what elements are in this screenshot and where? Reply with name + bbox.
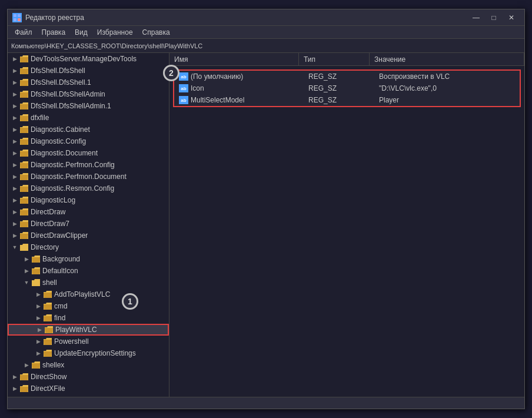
highlighted-rows-group: ab (По умолчанию) REG_SZ Воспроизвести в… xyxy=(173,69,521,107)
addressbar: Компьютер\HKEY_CLASSES_ROOT\Directory\sh… xyxy=(8,39,524,53)
col-header-type[interactable]: Тип xyxy=(299,53,370,65)
tree-item-directory[interactable]: ▼ Directory xyxy=(8,241,169,253)
col-header-value[interactable]: Значение xyxy=(370,53,524,65)
tree-item-directshow[interactable]: ▶ DirectShow xyxy=(8,371,169,383)
expand-icon[interactable]: ▶ xyxy=(34,290,43,299)
tree-item-dfsshell[interactable]: ▶ DfsShell.DfsShell xyxy=(8,65,169,77)
tree-item-diag-cabinet[interactable]: ▶ Diagnostic.Cabinet xyxy=(8,124,169,135)
expand-icon[interactable]: ▶ xyxy=(10,372,19,381)
row-value: Player xyxy=(379,96,399,104)
expand-icon[interactable]: ▼ xyxy=(22,278,31,287)
tree-item-playwithvlc[interactable]: ▶ PlayWithVLC xyxy=(8,324,169,336)
tree-item-diag-perfmon-doc[interactable]: ▶ Diagnostic.Perfmon.Document xyxy=(8,171,169,183)
tree-item-diag-config[interactable]: ▶ Diagnostic.Config xyxy=(8,135,169,147)
row-value: "D:\VLC\vlc.exe",0 xyxy=(379,84,437,92)
tree-item-dfsshell-admin1[interactable]: ▶ DfsShell.DfsShellAdmin.1 xyxy=(8,100,169,112)
tree-item-updateencryption[interactable]: ▶ UpdateEncryptionSettings xyxy=(8,347,169,359)
expand-icon[interactable]: ▶ xyxy=(22,266,31,276)
expand-icon[interactable]: ▶ xyxy=(34,313,43,323)
svg-rect-3 xyxy=(18,18,21,21)
expand-icon[interactable]: ▶ xyxy=(10,66,19,75)
tree-label: Diagnostic.Document xyxy=(31,149,98,157)
row-type: REG_SZ xyxy=(308,72,337,81)
tree-item-shell[interactable]: ▼ shell xyxy=(8,277,169,288)
tree-label: DefaultIcon xyxy=(42,267,78,275)
expand-icon[interactable]: ▶ xyxy=(34,337,43,346)
expand-icon[interactable]: ▶ xyxy=(10,184,19,193)
tree-item-diaglog[interactable]: ▶ DiagnosticLog xyxy=(8,194,169,206)
tree-label: DfsShell.DfsShellAdmin xyxy=(31,90,105,98)
tree-item-devtools[interactable]: ▶ DevToolsServer.ManageDevTools xyxy=(8,53,169,65)
detail-row-default[interactable]: ab (По умолчанию) REG_SZ Воспроизвести в… xyxy=(174,71,520,82)
tree-item-directdraw7[interactable]: ▶ DirectDraw7 xyxy=(8,218,169,230)
expand-icon[interactable]: ▶ xyxy=(10,113,19,122)
expand-icon[interactable]: ▶ xyxy=(10,148,19,158)
tree-label: AddToPlaylistVLC xyxy=(54,290,110,298)
menu-file[interactable]: Файл xyxy=(10,27,37,38)
menubar: Файл Правка Вид Избранное Справка xyxy=(8,26,524,39)
col-header-name[interactable]: Имя xyxy=(169,53,299,65)
tree-item-dfxfile[interactable]: ▶ dfxfile xyxy=(8,112,169,124)
expand-icon[interactable]: ▶ xyxy=(10,219,19,228)
menu-view[interactable]: Вид xyxy=(70,27,92,38)
expand-icon[interactable]: ▶ xyxy=(10,172,19,181)
menu-favorites[interactable]: Избранное xyxy=(92,27,138,38)
expand-icon[interactable]: ▶ xyxy=(10,89,19,99)
svg-rect-0 xyxy=(14,14,16,17)
reg-icon: ab xyxy=(179,84,188,92)
expand-icon[interactable]: ▶ xyxy=(10,231,19,240)
menu-edit[interactable]: Правка xyxy=(37,27,71,38)
tree-item-addtoplaylist[interactable]: ▶ AddToPlaylistVLC xyxy=(8,288,169,300)
tree-label: find xyxy=(54,314,65,322)
row-value: Воспроизвести в VLC xyxy=(379,72,450,81)
badge-1: 1 xyxy=(122,293,138,310)
tree-label: Diagnostic.Resmon.Config xyxy=(31,184,114,193)
minimize-button[interactable]: — xyxy=(468,12,484,24)
tree-item-dfsshell-admin[interactable]: ▶ DfsShell.DfsShellAdmin xyxy=(8,88,169,100)
expand-icon[interactable]: ▶ xyxy=(10,384,19,393)
tree-item-diag-perfmon[interactable]: ▶ Diagnostic.Perfmon.Config xyxy=(8,159,169,171)
expand-icon[interactable]: ▶ xyxy=(34,301,43,311)
expand-icon[interactable]: ▶ xyxy=(35,325,44,334)
tree-item-dfsshell1[interactable]: ▶ DfsShell.DfsShell.1 xyxy=(8,77,169,88)
tree-item-powershell[interactable]: ▶ Powershell xyxy=(8,336,169,347)
expand-icon[interactable]: ▶ xyxy=(22,360,31,370)
expand-icon[interactable]: ▼ xyxy=(10,243,19,252)
window-title: Редактор реестра xyxy=(25,14,468,22)
tree-item-defaulticon[interactable]: ▶ DefaultIcon xyxy=(8,265,169,277)
tree-label: DirectDraw7 xyxy=(31,220,69,228)
tree-item-shellex[interactable]: ▶ shellex xyxy=(8,359,169,371)
menu-help[interactable]: Справка xyxy=(138,27,175,38)
close-button[interactable]: ✕ xyxy=(503,12,520,24)
expand-icon[interactable]: ▶ xyxy=(10,195,19,205)
tree-item-background[interactable]: ▶ Background xyxy=(8,253,169,265)
tree-item-find[interactable]: ▶ find xyxy=(8,312,169,324)
expand-icon[interactable]: ▶ xyxy=(10,54,19,64)
tree-label: Directory xyxy=(31,243,59,251)
tree-label: Background xyxy=(42,255,80,263)
expand-icon[interactable]: ▶ xyxy=(10,78,19,87)
expand-icon[interactable]: ▶ xyxy=(10,125,19,134)
detail-row-icon[interactable]: ab Icon REG_SZ "D:\VLC\vlc.exe",0 xyxy=(174,82,520,94)
expand-icon[interactable]: ▶ xyxy=(10,207,19,217)
expand-icon[interactable]: ▶ xyxy=(10,160,19,170)
expand-icon[interactable]: ▶ xyxy=(10,137,19,146)
maximize-button[interactable]: □ xyxy=(486,12,502,24)
detail-row-multiselectmodel[interactable]: ab MultiSelectModel REG_SZ Player xyxy=(174,94,520,106)
tree-item-diag-doc[interactable]: ▶ Diagnostic.Document xyxy=(8,147,169,159)
tree-item-directdraw-clipper[interactable]: ▶ DirectDrawClipper xyxy=(8,230,169,241)
expand-icon[interactable]: ▶ xyxy=(10,101,19,111)
tree-item-diag-resmon[interactable]: ▶ Diagnostic.Resmon.Config xyxy=(8,183,169,194)
titlebar: Редактор реестра — □ ✕ xyxy=(8,9,524,26)
reg-icon: ab xyxy=(179,72,188,81)
tree-item-cmd[interactable]: ▶ cmd xyxy=(8,300,169,312)
expand-icon[interactable]: ▶ xyxy=(34,349,43,358)
tree-label: DirectDrawClipper xyxy=(31,231,88,240)
expand-icon[interactable]: ▶ xyxy=(22,254,31,264)
tree-label: Diagnostic.Config xyxy=(31,137,86,145)
tree-item-directxfile[interactable]: ▶ DirectXFile xyxy=(8,383,169,394)
tree-label: UpdateEncryptionSettings xyxy=(54,349,136,357)
tree-pane[interactable]: ▶ DevToolsServer.ManageDevTools ▶ DfsShe… xyxy=(8,53,169,397)
tree-item-directdraw[interactable]: ▶ DirectDraw xyxy=(8,206,169,218)
tree-label: cmd xyxy=(54,302,68,310)
